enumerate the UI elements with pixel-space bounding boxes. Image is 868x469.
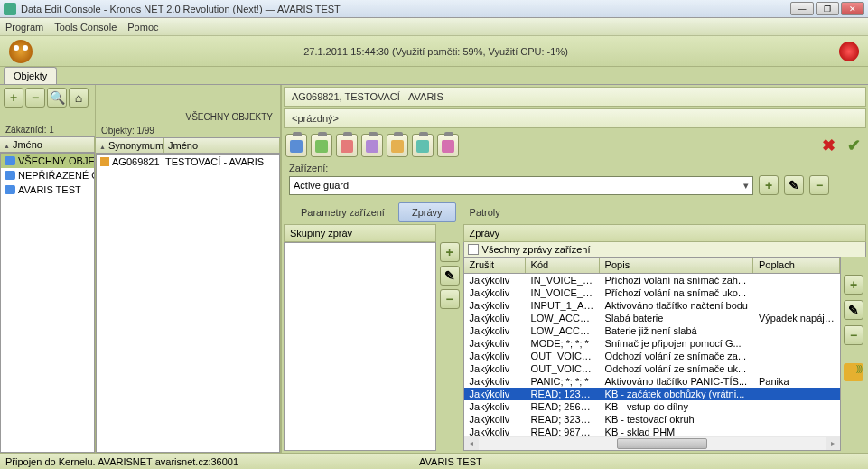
building-icon <box>100 157 109 166</box>
horizontal-scrollbar[interactable] <box>464 436 840 450</box>
all-messages-checkbox[interactable] <box>468 244 479 255</box>
tab-objekty[interactable]: Objekty <box>4 67 57 84</box>
add-button[interactable]: + <box>4 88 23 108</box>
remove-button[interactable]: − <box>25 88 45 108</box>
table-row[interactable]: JakýkolivIN_VOICE_C...Příchozí volání na… <box>464 286 840 299</box>
tree-row[interactable]: VŠECHNY OBJEKTY <box>1 154 94 168</box>
menu-tools[interactable]: Tools Console <box>54 22 117 33</box>
col-zrusit[interactable]: Zrušit <box>464 258 526 273</box>
table-row[interactable]: JakýkolivREAD; 32323...KB - testovací ok… <box>464 413 840 426</box>
customers-panel: + − 🔍 ⌂ Zákazníci: 1 Jméno VŠECHNY OBJEK… <box>0 85 96 453</box>
people-icon <box>5 185 15 194</box>
home-button[interactable]: ⌂ <box>69 88 89 108</box>
owl-icon <box>9 40 33 63</box>
groups-panel: Skupiny zpráv <box>284 224 436 451</box>
clipboard-icon-3[interactable] <box>336 134 358 157</box>
menu-pomoc[interactable]: Pomoc <box>127 22 158 33</box>
msg-add-button[interactable]: + <box>844 275 863 295</box>
objects-panel: VŠECHNY OBJEKTY Objekty: 1/99 Synonymum … <box>96 85 280 453</box>
device-add-button[interactable]: + <box>759 175 779 195</box>
objects-count: Objekty: 1/99 <box>96 124 280 137</box>
device-select[interactable]: Active guard <box>289 176 753 195</box>
table-row[interactable]: JakýkolivREAD; 98765...KB - sklad PHM <box>464 426 840 436</box>
table-row[interactable]: JakýkolivLOW_ACC_O...Baterie již není sl… <box>464 324 840 337</box>
table-row[interactable]: JakýkolivOUT_VOICE...Odchozí volání ze s… <box>464 362 840 375</box>
tab-strip: Objekty <box>0 67 868 85</box>
clipboard-icon-1[interactable] <box>285 134 307 157</box>
speaker-icon[interactable] <box>844 363 863 381</box>
msg-edit-button[interactable]: ✎ <box>844 300 863 320</box>
customers-count: Zákazníci: 1 <box>0 123 95 136</box>
table-row[interactable]: JakýkolivINPUT_1_AR...Aktivováno tlačítk… <box>464 299 840 312</box>
clipboard-icon-2[interactable] <box>311 134 332 157</box>
table-row[interactable]: JakýkolivIN_VOICE_C...Příchozí volání na… <box>464 274 840 286</box>
tree-row[interactable]: NEPŘIŘAZENÉ OB... <box>1 168 94 183</box>
search-button[interactable]: 🔍 <box>47 88 67 108</box>
status-context: AVARIS TEST <box>419 456 482 467</box>
device-remove-button[interactable]: − <box>809 175 829 195</box>
alert-indicator-icon[interactable] <box>839 42 859 61</box>
device-label: Zařízení: <box>289 163 861 174</box>
statusbar: Připojen do Kernelu. AVARISNET avarisnet… <box>0 453 868 469</box>
maximize-button[interactable]: ❐ <box>816 2 839 15</box>
device-edit-button[interactable]: ✎ <box>784 175 804 195</box>
menubar: Program Tools Console Pomoc <box>0 18 868 36</box>
clipboard-icon-4[interactable] <box>361 134 383 157</box>
list-row[interactable]: AG069821TESTOVACÍ - AVARIS <box>97 155 279 169</box>
group-add-button[interactable]: + <box>440 242 460 262</box>
objects-list[interactable]: AG069821TESTOVACÍ - AVARIS <box>96 154 280 453</box>
col-name: Jméno <box>0 137 95 152</box>
msg-remove-button[interactable]: − <box>844 325 863 345</box>
confirm-icon[interactable]: ✔ <box>843 135 864 156</box>
status-info: 27.1.2011 15:44:30 (Využití paměti: 59%,… <box>33 46 839 57</box>
clipboard-icon-5[interactable] <box>387 134 408 157</box>
col-synonym: Synonymum <box>96 138 164 153</box>
col-popis[interactable]: Popis <box>600 258 753 273</box>
topbar: 27.1.2011 15:44:30 (Využití paměti: 59%,… <box>0 36 868 67</box>
table-row[interactable]: JakýkolivMODE; *; *; *Snímač je připojen… <box>464 337 840 350</box>
titlebar: Data Edit Console - Kronos NET 2.0 Revol… <box>0 0 868 18</box>
cancel-icon[interactable]: ✖ <box>817 135 839 156</box>
people-icon <box>5 156 15 165</box>
clipboard-icon-6[interactable] <box>412 134 434 157</box>
clipboard-icon-7[interactable] <box>437 134 459 157</box>
close-button[interactable]: ✕ <box>841 2 864 15</box>
people-icon <box>5 171 15 180</box>
table-row[interactable]: JakýkolivLOW_ACC_O...Slabá baterieVýpade… <box>464 312 840 324</box>
toolbar-icons: ✖ ✔ <box>284 130 866 161</box>
messages-grid[interactable]: Zrušit Kód Popis Poplach JakýkolivIN_VOI… <box>463 257 841 451</box>
tab-patroly[interactable]: Patroly <box>456 202 514 222</box>
messages-header: Zprávy <box>463 224 866 242</box>
table-row[interactable]: JakýkolivREAD; 25644...KB - vstup do díl… <box>464 400 840 413</box>
all-objects-label: VŠECHNY OBJEKTY <box>96 110 280 124</box>
group-remove-button[interactable]: − <box>440 289 460 309</box>
window-title: Data Edit Console - Kronos NET 2.0 Revol… <box>21 4 790 14</box>
menu-program[interactable]: Program <box>5 22 43 33</box>
main-area: + − 🔍 ⌂ Zákazníci: 1 Jméno VŠECHNY OBJEK… <box>0 85 868 453</box>
right-column: AG069821, TESTOVACÍ - AVARIS <prázdný> ✖… <box>282 85 868 453</box>
table-row[interactable]: JakýkolivREAD; 12345...KB - začátek obch… <box>464 388 840 400</box>
app-icon <box>4 3 16 15</box>
col-name2: Jméno <box>164 138 280 153</box>
table-row[interactable]: JakýkolivOUT_VOICE...Odchozí volání ze s… <box>464 350 840 362</box>
minimize-button[interactable]: — <box>790 2 814 15</box>
all-messages-label: Všechny zprávy zařízení <box>482 244 591 255</box>
group-edit-button[interactable]: ✎ <box>440 266 460 286</box>
status-connection: Připojen do Kernelu. AVARISNET avarisnet… <box>5 456 238 467</box>
tab-params[interactable]: Parametry zařízení <box>287 202 398 222</box>
messages-panel: Zprávy Všechny zprávy zařízení Zrušit Kó… <box>463 224 866 451</box>
tab-zpravy[interactable]: Zprávy <box>398 202 456 222</box>
table-row[interactable]: JakýkolivPANIC; *; *; *Aktivováno tlačít… <box>464 375 840 388</box>
col-poplach[interactable]: Poplach <box>753 258 840 273</box>
col-kod[interactable]: Kód <box>526 258 600 273</box>
object-subheader: <prázdný> <box>284 108 866 128</box>
object-header: AG069821, TESTOVACÍ - AVARIS <box>284 87 866 107</box>
customers-tree[interactable]: VŠECHNY OBJEKTYNEPŘIŘAZENÉ OB...AVARIS T… <box>0 153 95 453</box>
groups-header: Skupiny zpráv <box>284 224 436 242</box>
left-column: + − 🔍 ⌂ Zákazníci: 1 Jméno VŠECHNY OBJEK… <box>0 85 282 453</box>
groups-body[interactable] <box>284 242 436 451</box>
tree-row[interactable]: AVARIS TEST <box>1 183 94 197</box>
